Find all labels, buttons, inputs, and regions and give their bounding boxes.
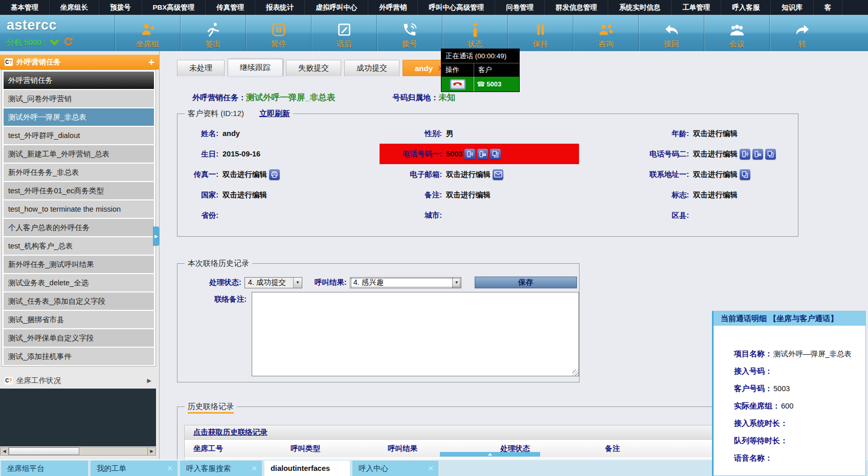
fetch-history-link[interactable]: 点击获取历史联络记录 (193, 427, 268, 437)
field-value[interactable]: 双击进行编辑 (693, 129, 738, 139)
menu-item[interactable]: 外呼营销 (368, 0, 418, 15)
field-value[interactable]: 双击进行编辑 (446, 170, 491, 179)
task-list-item[interactable]: 测试_问卷外呼营销 (4, 90, 154, 107)
toolbar-button-status[interactable]: 状态 (442, 15, 507, 51)
panel-collapse-handle[interactable] (440, 452, 540, 457)
menu-item[interactable]: 系统实时信息 (608, 0, 672, 15)
menu-item[interactable]: 工单管理 (672, 0, 721, 15)
field-label: 年龄: (579, 129, 689, 139)
copy-icon[interactable] (490, 149, 501, 160)
menu-item[interactable]: 传真管理 (206, 0, 255, 15)
call-result-select[interactable]: 4. 感兴趣 ▼ (350, 277, 461, 288)
refresh-now-link[interactable]: 立即刷新 (259, 109, 290, 119)
menu-item[interactable]: 预拨号 (99, 0, 142, 15)
task-list-item[interactable]: 测试_新建工单_外呼营销_总表 (4, 145, 154, 163)
field-value[interactable]: 5003 (446, 150, 462, 158)
sidebar-expand-handle[interactable]: ▶ (153, 226, 160, 246)
save-button[interactable]: 保存 (475, 277, 577, 288)
field-value[interactable]: 双击进行编辑 (693, 170, 738, 179)
scrollbar-thumb[interactable] (9, 447, 79, 455)
close-icon[interactable]: ✕ (428, 464, 434, 472)
resize-grip-icon[interactable] (572, 370, 578, 376)
workspace-tab-呼入客服搜索[interactable]: 呼入客服搜索✕ (180, 461, 262, 476)
toolbar-button-transfer[interactable]: 转 (769, 15, 835, 51)
printer-icon[interactable] (269, 169, 280, 180)
toolbar-button-sign-out[interactable]: 签出 (180, 15, 246, 51)
chevron-down-icon[interactable] (49, 38, 60, 48)
workspace-tab-我的工单[interactable]: 我的工单✕ (91, 461, 177, 476)
toolbar-button-agent-group[interactable]: 坐席组 (115, 15, 180, 51)
dropdown-arrow-icon[interactable]: ▼ (293, 278, 302, 288)
toolbar-button-hold[interactable]: 保持 (507, 15, 573, 51)
task-list-item[interactable]: 测试外呼一弹屏_非总表 (4, 108, 154, 126)
add-task-button[interactable]: + (148, 57, 154, 67)
scroll-right-arrow[interactable]: ▶ (147, 447, 155, 455)
menu-item[interactable]: 基本管理 (0, 0, 50, 15)
close-icon[interactable]: ✕ (251, 464, 257, 472)
toolbar-button-dial[interactable]: 拨号 (376, 15, 442, 51)
toolbar-button-consult[interactable]: 咨询 (573, 15, 638, 51)
sidebar-section-agent-status[interactable]: C? 坐席工作状况 ▶ (0, 373, 156, 388)
task-list-item[interactable]: test_外呼群呼_dialout (4, 127, 154, 144)
toolbar-button-conference[interactable]: 会议 (704, 15, 769, 51)
task-list-item[interactable]: 新外呼任务务_非总表 (4, 164, 154, 181)
task-list-item[interactable]: test_外呼任务01_ec商务类型 (4, 182, 154, 199)
toolbar-button-retrieve[interactable]: 接回 (638, 15, 704, 51)
refresh-icon[interactable] (63, 37, 73, 49)
mobile-call-icon[interactable] (464, 149, 475, 160)
workspace-tab-坐席组平台[interactable]: 坐席组平台 (1, 461, 88, 476)
scroll-left-arrow[interactable]: ◀ (1, 447, 9, 455)
toolbar-button-after-call[interactable]: 话后 (311, 15, 376, 51)
field-value[interactable]: andy (222, 129, 240, 138)
menu-item[interactable]: 群发信息管理 (545, 0, 608, 15)
workspace-tab-呼入中心[interactable]: 呼入中心✕ (352, 461, 438, 476)
task-list-item[interactable]: test_how_to terminate the mission (4, 200, 154, 218)
tab-继续跟踪[interactable]: 继续跟踪 (228, 59, 283, 76)
tab-未处理[interactable]: 未处理 (177, 60, 225, 76)
mobile-sms-icon[interactable] (752, 149, 763, 160)
menu-item[interactable]: 知识库 (771, 0, 814, 15)
customer-field-cell: 区县: (579, 205, 798, 225)
field-value[interactable]: 2015-09-16 (222, 150, 260, 158)
task-list-item[interactable]: test_机构客户_总表 (4, 237, 154, 255)
task-list-item[interactable]: 测试_捆绑省市县 (4, 311, 154, 328)
field-value[interactable]: 双击进行编辑 (222, 190, 267, 200)
menu-item[interactable]: 呼叫中心高级管理 (418, 0, 495, 15)
field-value[interactable]: 双击进行编辑 (693, 149, 738, 159)
task-list-item[interactable]: 新外呼任务_测试呼叫结果 (4, 256, 154, 273)
menu-item[interactable]: 报表统计 (255, 0, 305, 15)
process-status-select[interactable]: 4. 成功提交 ▼ (244, 277, 302, 288)
sidebar-horizontal-scrollbar[interactable]: ◀ ▶ (0, 447, 156, 456)
contact-note-textarea[interactable] (252, 292, 579, 376)
dropdown-arrow-icon[interactable]: ▼ (452, 278, 461, 288)
copy-icon[interactable] (765, 149, 776, 160)
menu-item[interactable]: 客 (814, 0, 843, 15)
task-list-item[interactable]: 测试_任务表_添加自定义字段 (4, 292, 154, 310)
call-detail-row: 项目名称：测试外呼—弹屏_非总表 (714, 345, 865, 362)
field-value[interactable]: 男 (446, 129, 454, 139)
menu-item[interactable]: 呼入客服 (721, 0, 771, 15)
field-value[interactable]: 双击进行编辑 (222, 170, 267, 179)
close-icon[interactable]: ✕ (167, 464, 173, 472)
task-list-item[interactable]: 个人客户总表的外呼任务 (4, 219, 154, 236)
mail-icon[interactable] (493, 169, 503, 180)
task-list-item[interactable]: 测试_外呼保单自定义字段 (4, 329, 154, 347)
task-list-item[interactable]: 测试业务表_delete_全选 (4, 274, 154, 291)
mobile-sms-icon[interactable] (477, 149, 488, 160)
menu-item[interactable]: 虚拟呼叫中心 (305, 0, 368, 15)
task-list-item[interactable]: 测试_添加挂机事件 (4, 348, 154, 365)
workspace-tab-dialoutinterfaces[interactable]: dialoutinterfaces (264, 461, 350, 476)
menu-item[interactable]: 坐席组长 (50, 0, 99, 15)
tab-失败提交[interactable]: 失败提交 (286, 60, 341, 76)
menu-item[interactable]: 问卷管理 (495, 0, 545, 15)
mobile-call-icon[interactable] (740, 149, 750, 160)
tab-成功提交[interactable]: 成功提交 (344, 60, 399, 76)
menu-item[interactable]: PBX高级管理 (142, 0, 206, 15)
call-detail-value: 5003 (773, 384, 790, 393)
field-value[interactable]: 双击进行编辑 (446, 190, 491, 200)
field-value[interactable]: 双击进行编辑 (693, 190, 738, 200)
copy-icon[interactable] (740, 169, 750, 180)
toolbar-button-pause[interactable]: 暂停 (246, 15, 311, 51)
sidebar-header[interactable]: C? 外呼营销任务 + (0, 55, 159, 70)
hangup-button[interactable] (451, 80, 465, 89)
